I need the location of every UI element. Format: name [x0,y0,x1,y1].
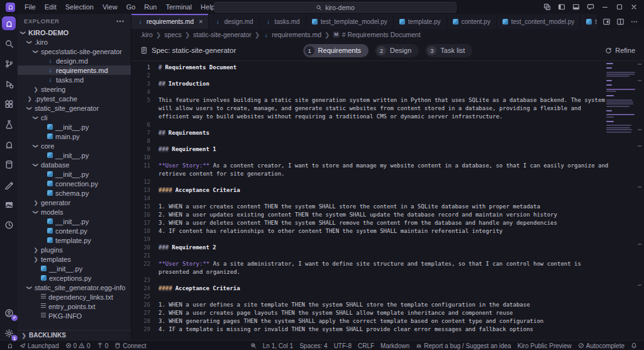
refine-button[interactable]: Refine [605,47,635,54]
status-zoom-in[interactable] [247,342,260,349]
activity-image[interactable] [2,198,16,212]
breadcrumb-kiro[interactable]: .kiro [140,31,153,38]
activity-kiro-ghost[interactable] [2,137,16,151]
status-0[interactable]: 0 [94,342,112,349]
tree-item-template-py[interactable]: ❯template.py [18,235,131,245]
tree-item-init-py[interactable]: ❯__init__.py [18,122,131,132]
spec-step-design[interactable]: 2Design [375,44,419,57]
more-actions-button[interactable] [630,18,638,26]
activity-kiro-logo[interactable] [2,16,16,30]
status-utf-8[interactable]: UTF-8 [331,342,355,349]
tree-item-tasks-md[interactable]: ❯↓tasks.md [18,75,131,84]
minimap[interactable] [606,63,635,133]
tree-item-entry-points-txt[interactable]: ❯entry_points.txt [18,302,131,311]
tree-item-init-py[interactable]: ❯__init__.py [18,217,131,226]
tree-item-init-py[interactable]: ❯__init__.py [18,169,131,179]
tree-item-dependency-links-txt[interactable]: ❯dependency_links.txt [18,292,131,302]
status-markdown[interactable]: Markdown [377,342,413,349]
tree-item-exceptions-py[interactable]: ❯exceptions.py [18,273,131,283]
status-autocomplete[interactable]: Autocomplete [575,342,628,349]
spec-step-requirements[interactable]: 1Requirements [303,44,369,57]
tree-item-init-py[interactable]: ❯__init__.py [18,264,131,273]
tree-item-kiro-demo[interactable]: ❯KIRO-DEMO [18,28,131,37]
status-launchpad[interactable]: Launchpad [16,342,62,349]
tree-item-plugins[interactable]: ❯plugins [18,245,131,254]
tree-item-design-md[interactable]: ❯↓design.md [18,56,131,65]
menu-file[interactable]: File [20,3,40,11]
tree-item-pytest-cache[interactable]: ❯.pytest_cache [18,94,131,103]
tree-item-schema-py[interactable]: ❯schema.py [18,188,131,198]
breadcrumb-specs[interactable]: specs [164,31,181,38]
breadcrumb-requirements-md[interactable]: ↓requirements.md [263,31,321,38]
maximize-button[interactable] [616,3,623,11]
tree-item-database[interactable]: ❯database [18,160,131,169]
code-editor[interactable]: 1#Requirements Document23##Introduction4… [131,61,644,340]
tab-content-py[interactable]: content.py [447,14,497,29]
status-connect[interactable]: Connect [111,342,149,349]
tree-item-core[interactable]: ❯core [18,141,131,150]
tree-item-specs-static-site-generator[interactable]: ❯specs\static-site-generator [18,47,131,56]
open-preview-button[interactable] [602,18,611,26]
activity-search[interactable] [2,37,16,50]
tree-item-requirements-md[interactable]: ❯↓requirements.md [18,65,131,75]
menu-go[interactable]: Go [122,3,140,11]
backlinks-section[interactable]: ❯ BACKLINKS [18,330,131,340]
activity-run-debug[interactable] [2,77,16,91]
spec-step-task-list[interactable]: 3Task list [425,44,472,57]
split-editor-button[interactable] [616,18,625,26]
activity-clock[interactable] [2,218,16,232]
menu-terminal[interactable]: Terminal [162,3,197,11]
tree-item-main-py[interactable]: ❯main.py [18,132,131,141]
menu-edit[interactable]: Edit [40,3,61,11]
tree-item-connection-py[interactable]: ❯connection.py [18,179,131,188]
tree-item-static-site-generator-egg-info[interactable]: ❯static_site_generator.egg-info [18,283,131,292]
tab-test-content-model-py[interactable]: test_content_model.py [497,14,581,29]
kiro-ide-window: { "titlebar": { "menus": ["File","Edit",… [0,0,644,350]
status-report-a-bug-suggest-an-idea[interactable]: Report a bug / Suggest an idea [413,342,514,349]
activity-database[interactable] [2,157,16,171]
tab-test-template-model-py[interactable]: test_template_model.py [306,14,394,29]
close-button[interactable] [630,3,638,11]
tree-item-init-py[interactable]: ❯__init__.py [18,150,131,160]
tree-item-models[interactable]: ❯models [18,207,131,217]
activity-account[interactable]: ✓ [2,306,16,320]
status-0[interactable]: 00 [62,342,94,349]
menu-selection[interactable]: Selection [61,3,98,11]
tree-item-templates[interactable]: ❯templates [18,254,131,264]
chat-button[interactable] [587,3,594,11]
activity-source-control[interactable] [2,57,16,71]
tree-item-cli[interactable]: ❯cli [18,113,131,122]
tree-item-static-site-generator[interactable]: ❯static_site_generator [18,103,131,113]
tree-item-generator[interactable]: ❯generator [18,198,131,207]
activity-pen[interactable] [2,178,16,191]
breadcrumb-static-site-generator[interactable]: static-site-generator [193,31,252,38]
tree-item-pkg-info[interactable]: ❯PKG-INFO [18,311,131,320]
status-spaces-4[interactable]: Spaces: 4 [296,342,330,349]
menu-run[interactable]: Run [140,3,161,11]
overview-ruler[interactable] [636,61,644,340]
explorer-more-actions-icon[interactable]: ••• [116,18,125,25]
status-crlf[interactable]: CRLF [355,342,377,349]
tab-template-py[interactable]: template.py [394,14,447,29]
customize-layout-button[interactable] [543,3,551,11]
minimize-button[interactable] [601,3,609,11]
status-bell[interactable] [628,342,640,349]
tree-item-content-py[interactable]: ❯content.py [18,226,131,235]
panel-bottom-button[interactable] [572,3,580,11]
close-tab-icon[interactable]: × [199,18,203,25]
tab-tasks-md[interactable]: ↓tasks.md [260,14,306,29]
panel-left-button[interactable] [558,3,565,11]
breadcrumb-requirements-document[interactable]: M# Requirements Document [333,31,420,38]
status-ln-1-col-1[interactable]: Ln 1, Col 1 [260,342,296,349]
tab-design-md[interactable]: ↓design.md [209,14,259,29]
menu-view[interactable]: View [98,3,122,11]
command-center-search[interactable]: kiro-demo [214,2,457,13]
status-kiro-public-preview[interactable]: Kiro Public Preview [514,342,575,349]
status-kiro-ghost[interactable] [4,342,16,349]
activity-settings-gear[interactable]: 1 [2,326,16,340]
activity-test-beaker[interactable] [2,117,16,131]
tree-item-steering[interactable]: ❯steering [18,84,131,94]
tree-item-kiro[interactable]: ❯.kiro [18,37,131,47]
activity-extensions[interactable] [2,97,16,111]
tab-requirements-md[interactable]: ↓requirements.md× [131,14,209,29]
